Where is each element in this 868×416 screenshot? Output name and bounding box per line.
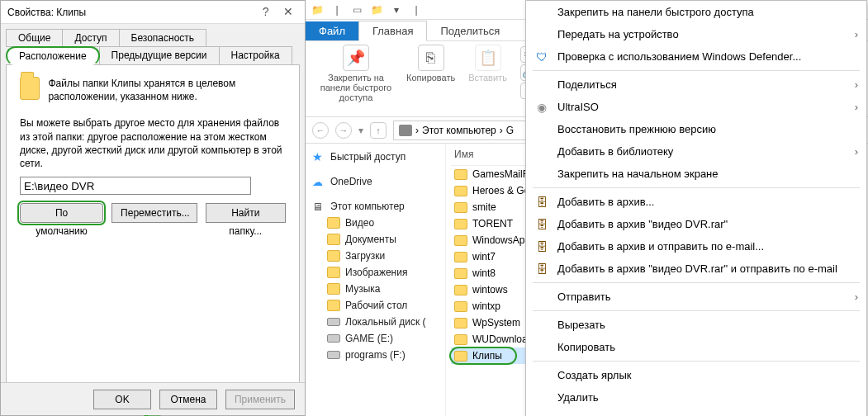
dialog-tabs: Общие Доступ Безопасность Расположение П… xyxy=(6,29,300,64)
folder-icon xyxy=(327,250,340,262)
breadcrumb-segment[interactable]: G xyxy=(506,125,514,136)
tab-location[interactable]: Расположение xyxy=(6,46,100,65)
ctx-label: Добавить в архив "видео DVR.rar" и отпра… xyxy=(557,262,837,275)
folder-icon xyxy=(454,186,467,196)
nav-onedrive[interactable]: ☁OneDrive xyxy=(309,173,442,190)
ok-button[interactable]: OK xyxy=(93,390,151,409)
divider: | xyxy=(330,3,344,17)
properties-dialog: Свойства: Клипы ? ✕ Общие Доступ Безопас… xyxy=(0,0,306,416)
ctx-pin-start[interactable]: Закрепить на начальном экране xyxy=(526,163,866,185)
ribbon-tab-file[interactable]: Файл xyxy=(306,21,358,40)
ctx-archive-named-and-email[interactable]: 🗄Добавить в архив "видео DVR.rar" и отпр… xyxy=(526,258,866,280)
ctx-label: Отправить xyxy=(557,291,610,303)
nav-documents[interactable]: Документы xyxy=(309,231,442,248)
separator xyxy=(533,282,860,283)
help-icon[interactable]: ? xyxy=(256,0,276,23)
dialog-titlebar[interactable]: Свойства: Клипы ? ✕ xyxy=(1,1,305,24)
folder-icon xyxy=(454,219,467,229)
tab-general[interactable]: Общие xyxy=(6,29,63,47)
ctx-cut[interactable]: Вырезать xyxy=(526,314,866,336)
nav-back-button[interactable]: ← xyxy=(312,122,329,139)
ctx-label: Поделиться xyxy=(557,78,617,91)
ctx-send-to[interactable]: Отправить› xyxy=(526,286,866,308)
ribbon-tab-home[interactable]: Главная xyxy=(358,21,427,41)
folder-icon xyxy=(454,202,467,213)
ctx-create-shortcut[interactable]: Создать ярлык xyxy=(526,364,866,386)
folder-icon xyxy=(327,267,340,278)
ctx-restore-previous[interactable]: Восстановить прежнюю версию xyxy=(526,118,866,140)
pc-icon: 🖥 xyxy=(312,201,325,212)
new-folder-icon[interactable]: 📁 xyxy=(370,3,383,17)
tab-customize[interactable]: Настройка xyxy=(219,46,292,65)
apply-button[interactable]: Применить xyxy=(225,390,295,409)
folder-icon xyxy=(454,351,467,362)
pin-label: Закрепить на панели быстрого доступа xyxy=(319,73,393,102)
move-button[interactable]: Переместить... xyxy=(111,203,197,223)
separator xyxy=(533,70,860,71)
nav-videos[interactable]: Видео xyxy=(309,215,442,231)
disc-icon: ◉ xyxy=(534,100,549,115)
qat-dropdown-icon[interactable]: ▾ xyxy=(390,3,403,17)
ribbon-tab-share[interactable]: Поделиться xyxy=(427,21,513,40)
file-name: Heroes & Ger xyxy=(472,185,533,196)
tab-access[interactable]: Доступ xyxy=(62,29,119,47)
folder-icon[interactable]: 📁 xyxy=(311,3,324,17)
nav-quick-access[interactable]: ★Быстрый доступ xyxy=(309,149,442,165)
pin-to-quick-access-button[interactable]: 📌 Закрепить на панели быстрого доступа xyxy=(319,45,393,102)
folder-icon xyxy=(454,318,467,329)
nav-this-pc[interactable]: 🖥Этот компьютер xyxy=(309,198,442,215)
default-button[interactable]: По умолчанию xyxy=(20,203,103,223)
folder-icon xyxy=(20,77,40,100)
separator xyxy=(533,361,860,362)
properties-icon[interactable]: ▭ xyxy=(350,3,363,17)
nav-up-button[interactable]: ↑ xyxy=(370,122,387,139)
drive-icon xyxy=(327,334,340,343)
chevron-right-icon: › xyxy=(855,291,858,303)
ctx-label: Добавить в архив "видео DVR.rar" xyxy=(557,218,728,230)
ctx-delete[interactable]: Удалить xyxy=(526,386,866,409)
ctx-ultraiso[interactable]: ◉UltraISO› xyxy=(526,96,866,118)
nav-local-disk[interactable]: Локальный диск ( xyxy=(309,314,442,330)
find-folder-button[interactable]: Найти папку... xyxy=(206,203,286,223)
ctx-label: Добавить в архив... xyxy=(557,196,654,208)
file-name: Клипы xyxy=(472,350,502,362)
breadcrumb-segment[interactable]: Этот компьютер xyxy=(422,125,496,136)
nav-programs-drive[interactable]: programs (F:) xyxy=(309,347,442,363)
cancel-button[interactable]: Отмена xyxy=(159,390,217,409)
paste-button[interactable]: 📋 Вставить xyxy=(468,45,507,83)
nav-recent-dropdown[interactable]: ▾ xyxy=(358,125,363,136)
ctx-label: Добавить в архив и отправить по e-mail..… xyxy=(557,240,764,253)
nav-label: Этот компьютер xyxy=(330,201,405,212)
copy-button[interactable]: ⎘ Копировать xyxy=(406,45,455,83)
nav-desktop[interactable]: Рабочий стол xyxy=(309,297,442,314)
ctx-add-to-archive[interactable]: 🗄Добавить в архив... xyxy=(526,191,866,213)
path-input[interactable] xyxy=(20,177,251,195)
close-icon[interactable]: ✕ xyxy=(278,0,298,23)
folder-icon xyxy=(327,234,340,245)
pin-icon: 📌 xyxy=(343,45,369,71)
chevron-right-icon: › xyxy=(855,28,858,40)
ctx-add-to-archive-named[interactable]: 🗄Добавить в архив "видео DVR.rar" xyxy=(526,213,866,235)
nav-forward-button[interactable]: → xyxy=(335,122,352,139)
dialog-buttons: OK Отмена Применить xyxy=(1,382,305,415)
tab-security[interactable]: Безопасность xyxy=(119,29,207,47)
ctx-copy[interactable]: Копировать xyxy=(526,336,866,358)
nav-game-drive[interactable]: GAME (E:) xyxy=(309,330,442,347)
nav-music[interactable]: Музыка xyxy=(309,281,442,297)
ctx-share[interactable]: Поделиться› xyxy=(526,73,866,96)
ctx-add-to-library[interactable]: Добавить в библиотеку› xyxy=(526,140,866,163)
nav-label: Локальный диск ( xyxy=(345,316,426,328)
tab-body: Файлы папки Клипы хранятся в целевом рас… xyxy=(6,64,300,411)
tab-previous-versions[interactable]: Предыдущие версии xyxy=(99,46,220,65)
ctx-pin-quick-access[interactable]: Закрепить на панели быстрого доступа xyxy=(526,1,866,23)
ctx-rename[interactable]: Переименовать xyxy=(526,409,866,416)
ctx-cast-to-device[interactable]: Передать на устройство› xyxy=(526,23,866,45)
separator xyxy=(533,310,860,311)
file-name: wint7 xyxy=(472,251,496,262)
ctx-archive-and-email[interactable]: 🗄Добавить в архив и отправить по e-mail.… xyxy=(526,235,866,258)
nav-label: Изображения xyxy=(345,267,407,278)
nav-pictures[interactable]: Изображения xyxy=(309,264,442,281)
nav-downloads[interactable]: Загрузки xyxy=(309,248,442,264)
ctx-defender-scan[interactable]: 🛡Проверка с использованием Windows Defen… xyxy=(526,45,866,68)
folder-icon xyxy=(454,334,467,345)
